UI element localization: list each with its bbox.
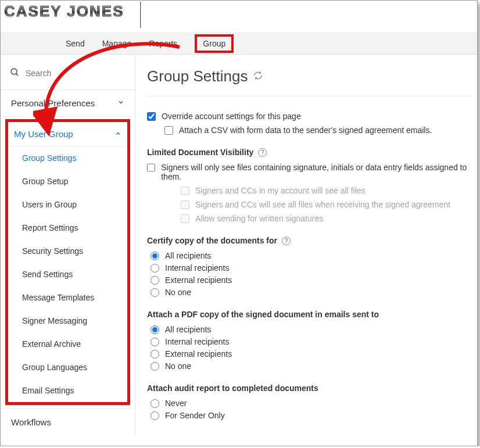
page-title-row: Group Settings [147,67,472,96]
tab-reports[interactable]: Reports [149,39,177,48]
audit-label: Never [165,399,187,408]
top-nav: Send Manage Reports Group [1,33,477,55]
sidebar-item-group-languages[interactable]: Group Languages [8,356,127,379]
attach-pdf-label: All recipients [165,325,211,334]
limited-visibility-main-row: Signers will only see files containing s… [147,163,472,181]
attach-pdf-heading-row: Attach a PDF copy of the signed document… [147,310,472,319]
svg-line-1 [16,74,19,76]
certify-radio-all[interactable] [151,252,159,260]
sidebar-item-message-templates[interactable]: Message Templates [8,286,127,309]
certify-opt-2: External recipients [147,275,472,285]
certify-heading: Certify copy of the documents for [147,236,277,245]
certify-radio-external[interactable] [151,276,159,285]
certify-opt-3: No one [147,288,472,297]
tab-group[interactable]: Group [195,34,234,53]
ldv-sub3-label: Allow sending for written signatures [195,214,323,223]
search-icon [10,67,20,79]
sidebar-workflows[interactable]: Workflows [1,408,135,435]
audit-heading-row: Attach audit report to completed documen… [147,384,472,393]
sidebar: Personal Preferences My User Group Group… [1,55,135,435]
sidebar-item-signer-messaging[interactable]: Signer Messaging [8,309,127,332]
certify-opt-1: Internal recipients [147,263,472,273]
chevron-up-icon [114,129,121,139]
ldv-sub2-checkbox [181,200,189,209]
certify-label: All recipients [165,251,211,260]
sidebar-personal-preferences[interactable]: Personal Preferences [1,90,135,117]
attach-pdf-label: Internal recipients [165,337,230,346]
help-icon[interactable]: ? [282,236,291,245]
brand-logo: CASEY JONES [4,2,124,20]
attach-pdf-radio-external[interactable] [151,350,159,359]
sidebar-item-group-settings[interactable]: Group Settings [8,146,127,170]
certify-radio-noone[interactable] [151,288,159,297]
sidebar-item-security-settings[interactable]: Security Settings [8,239,127,263]
sidebar-item-users-in-group[interactable]: Users in Group [8,193,127,216]
certify-label: External recipients [165,275,232,285]
audit-opt-1: For Sender Only [147,411,472,420]
sidebar-item-send-settings[interactable]: Send Settings [8,263,127,286]
sidebar-item-group-setup[interactable]: Group Setup [8,170,127,193]
sidebar-item-external-archive[interactable]: External Archive [8,332,127,356]
attach-pdf-label: External recipients [165,349,232,359]
ldv-sub1-label: Signers and CCs in my account will see a… [195,186,366,195]
sidebar-item-label: Personal Preferences [11,98,95,108]
certify-label: No one [165,288,191,297]
refresh-icon[interactable] [253,71,263,82]
limited-visibility-heading-row: Limited Document Visibility ? [147,148,472,157]
ldv-sub1-row: Signers and CCs in my account will see a… [147,186,472,195]
ldv-sub3-checkbox [181,214,189,223]
brand-bar: CASEY JONES [1,1,477,33]
attach-pdf-label: No one [165,361,191,371]
attach-pdf-opt-1: Internal recipients [147,337,472,346]
attach-pdf-radio-internal[interactable] [151,338,159,346]
attach-pdf-opt-3: No one [147,361,472,371]
limited-visibility-heading: Limited Document Visibility [147,148,253,157]
tab-manage[interactable]: Manage [102,39,132,48]
attach-pdf-radio-noone[interactable] [151,362,159,371]
chevron-down-icon [117,99,124,107]
attach-pdf-radio-all[interactable] [151,325,159,334]
my-user-group-items: Group Settings Group Setup Users in Grou… [8,146,127,402]
audit-heading: Attach audit report to completed documen… [147,384,318,393]
audit-label: For Sender Only [165,411,225,420]
certify-radio-internal[interactable] [151,264,159,273]
attach-csv-label: Attach a CSV with form data to the sende… [179,126,432,135]
ldv-sub3-row: Allow sending for written signatures [147,214,472,223]
search-input[interactable] [26,69,107,78]
attach-csv-row: Attach a CSV with form data to the sende… [147,126,472,135]
sidebar-item-email-settings[interactable]: Email Settings [8,379,127,402]
limited-visibility-label: Signers will only see files containing s… [161,163,472,181]
override-row: Override account settings for this page [147,112,472,121]
main-panel: Group Settings Override account settings… [135,55,477,435]
audit-radio-never[interactable] [151,399,159,408]
my-user-group-highlight: My User Group Group Settings Group Setup… [5,119,130,405]
page-title: Group Settings [147,67,248,85]
audit-radio-sender-only[interactable] [151,411,159,420]
attach-pdf-heading: Attach a PDF copy of the signed document… [147,310,379,319]
attach-pdf-opt-2: External recipients [147,349,472,359]
tab-send[interactable]: Send [66,39,85,48]
limited-visibility-checkbox[interactable] [147,163,155,172]
ldv-sub2-label: Signers and CCs will see all files when … [195,200,450,209]
sidebar-my-user-group[interactable]: My User Group [8,122,127,146]
help-icon[interactable]: ? [258,148,267,157]
attach-csv-checkbox[interactable] [164,126,173,135]
audit-opt-0: Never [147,399,472,408]
search-row [1,62,135,90]
certify-opt-0: All recipients [147,251,472,260]
sidebar-item-label: My User Group [14,129,73,139]
svg-point-0 [11,69,17,74]
certify-heading-row: Certify copy of the documents for ? [147,236,472,245]
ldv-sub2-row: Signers and CCs will see all files when … [147,200,472,209]
certify-label: Internal recipients [165,263,230,273]
override-checkbox[interactable] [147,112,156,121]
override-label: Override account settings for this page [162,112,301,121]
attach-pdf-opt-0: All recipients [147,325,472,334]
brand-separator [140,2,141,28]
ldv-sub1-checkbox [181,187,189,195]
sidebar-item-report-settings[interactable]: Report Settings [8,216,127,239]
